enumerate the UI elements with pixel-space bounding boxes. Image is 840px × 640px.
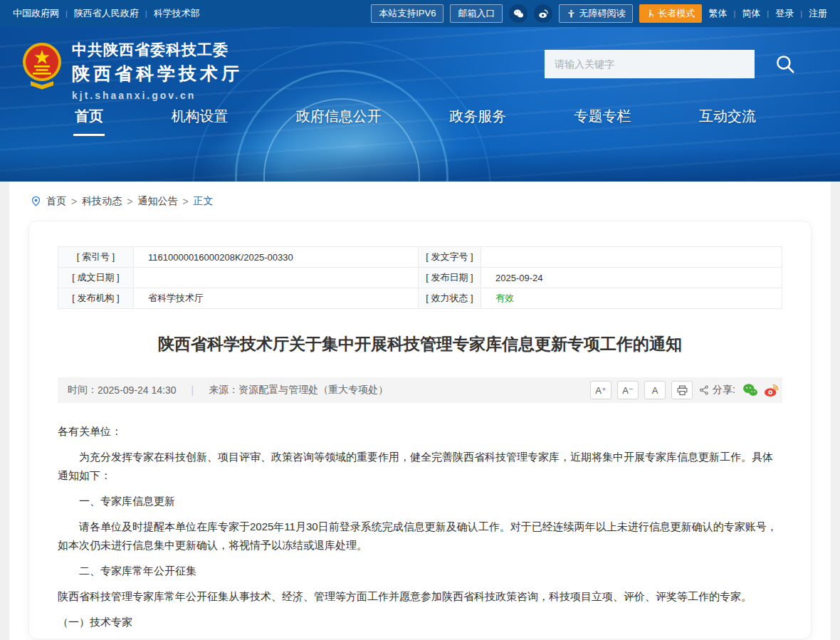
site-banner: 中共陕西省委科技工委 陕西省科学技术厅 kjt.shaanxi.gov.cn 首… — [0, 27, 840, 182]
time-label: 时间： — [68, 384, 98, 397]
elder-mode-label: 长者模式 — [658, 7, 695, 20]
doc-value-validity: 有效 — [481, 288, 782, 309]
breadcrumb-notices[interactable]: 通知公告 — [137, 195, 177, 208]
table-row: [ 发布机构 ] 省科学技术厅 [ 效力状态 ] 有效 — [58, 288, 782, 309]
doc-label-agency: [ 发布机构 ] — [58, 288, 134, 309]
table-row: [ 索引号 ] 11610000016000208K/2025-00330 [ … — [58, 247, 782, 268]
font-reset-button[interactable]: A — [644, 381, 666, 399]
gov-links: 中国政府网 | 陕西省人民政府 | 科学技术部 — [13, 7, 200, 20]
doc-value-docnum — [481, 247, 782, 268]
link-china-gov[interactable]: 中国政府网 — [13, 7, 59, 20]
search-button[interactable] — [765, 50, 806, 78]
print-button[interactable] — [671, 381, 693, 399]
site-url: kjt.shaanxi.gov.cn — [72, 90, 243, 101]
accessibility-button[interactable]: 无障碍阅读 — [559, 4, 633, 23]
divider: | — [145, 9, 147, 18]
accessibility-label: 无障碍阅读 — [579, 5, 625, 22]
article-meta-bar: 时间： 2025-09-24 14:30 ｜ 来源： 资源配置与管理处（重大专项… — [58, 377, 782, 403]
divider: | — [767, 9, 769, 18]
search-icon — [775, 53, 796, 75]
page-body: 首页 > 科技动态 > 通知公告 > 正文 [ 索引号 ] 1161000001… — [0, 182, 840, 640]
breadcrumb-separator: > — [127, 196, 132, 207]
doc-label-index: [ 索引号 ] — [58, 247, 134, 268]
share-weibo-icon[interactable] — [764, 383, 779, 397]
table-row: [ 成文日期 ] [ 发布日期 ] 2025-09-24 — [58, 268, 782, 288]
org-title-block: 中共陕西省委科技工委 陕西省科学技术厅 kjt.shaanxi.gov.cn — [72, 40, 243, 101]
source-label: 来源： — [209, 384, 238, 397]
nav-interaction[interactable]: 互动交流 — [699, 107, 756, 136]
font-decrease-button[interactable]: A⁻ — [617, 381, 639, 399]
divider: | — [65, 9, 68, 18]
mail-entry-button[interactable]: 邮箱入口 — [450, 4, 503, 23]
breadcrumb-separator: > — [182, 196, 188, 207]
share-label: 分享: — [698, 384, 735, 397]
section-heading: 一、专家库信息更新 — [58, 492, 782, 510]
doc-label-docnum: [ 发文字号 ] — [419, 247, 481, 268]
page-title: 陕西省科学技术厅关于集中开展科技管理专家库信息更新专项工作的通知 — [58, 333, 782, 355]
doc-value-index: 11610000016000208K/2025-00330 — [134, 247, 419, 268]
article-meta: 时间： 2025-09-24 14:30 ｜ 来源： 资源配置与管理处（重大专项… — [68, 384, 388, 397]
weibo-icon[interactable] — [534, 4, 552, 23]
paragraph: 陕西省科技管理专家库常年公开征集从事技术、经济、管理等方面工作并愿意参加陕西省科… — [58, 587, 782, 606]
doc-value-agency: 省科学技术厅 — [134, 288, 419, 309]
link-most[interactable]: 科学技术部 — [154, 7, 200, 20]
nav-home[interactable]: 首页 — [75, 107, 103, 136]
nav-orgs[interactable]: 机构设置 — [171, 107, 228, 136]
search-input[interactable] — [545, 50, 755, 78]
doc-value-publish-date: 2025-09-24 — [481, 268, 782, 288]
doc-label-written-date: [ 成文日期 ] — [58, 268, 134, 288]
article-card: [ 索引号 ] 11610000016000208K/2025-00330 [ … — [28, 221, 812, 639]
breadcrumb-current[interactable]: 正文 — [194, 195, 214, 208]
link-simplified[interactable]: 简体 — [742, 7, 760, 20]
section-heading: 二、专家库常年公开征集 — [58, 562, 782, 580]
content-wrapper: 首页 > 科技动态 > 通知公告 > 正文 [ 索引号 ] 1161000001… — [9, 182, 831, 640]
share-wechat-icon[interactable] — [742, 383, 758, 397]
wechat-icon[interactable] — [509, 4, 527, 23]
breadcrumb: 首页 > 科技动态 > 通知公告 > 正文 — [9, 182, 831, 221]
doc-label-validity: [ 效力状态 ] — [419, 288, 481, 309]
breadcrumb-separator: > — [71, 196, 77, 207]
location-pin-icon — [31, 196, 41, 206]
site-logo[interactable]: 中共陕西省委科技工委 陕西省科学技术厅 kjt.shaanxi.gov.cn — [21, 40, 243, 101]
link-traditional[interactable]: 繁体 — [708, 7, 727, 20]
article-body: 各有关单位： 为充分发挥专家在科技创新、项目评审、政策咨询等领域的重要作用，健全… — [58, 422, 782, 640]
search-bar — [545, 50, 806, 78]
font-increase-button[interactable]: A⁺ — [590, 381, 611, 399]
breadcrumb-news[interactable]: 科技动态 — [82, 195, 122, 208]
main-nav: 首页 机构设置 政府信息公开 政务服务 专题专栏 互动交流 — [0, 107, 840, 136]
divider: | — [800, 9, 802, 18]
doc-info-table: [ 索引号 ] 11610000016000208K/2025-00330 [ … — [58, 246, 782, 309]
share-text: 分享: — [713, 384, 735, 397]
link-shaanxi-gov[interactable]: 陕西省人民政府 — [74, 7, 139, 20]
article-tools: A⁺ A⁻ A — [590, 381, 779, 399]
utility-actions: 本站支持IPV6 邮箱入口 无障碍阅读 长者模式 繁体 | 简体 | 登录 | … — [371, 4, 827, 23]
link-register[interactable]: 注册 — [809, 7, 827, 20]
accessibility-icon — [567, 9, 576, 19]
paragraph: 为充分发挥专家在科技创新、项目评审、政策咨询等领域的重要作用，健全完善陕西省科技… — [58, 448, 782, 485]
divider: | — [733, 9, 735, 18]
subsection-heading: （一）技术专家 — [58, 613, 782, 631]
national-emblem-icon — [21, 40, 63, 90]
breadcrumb-home[interactable]: 首页 — [46, 195, 66, 208]
printer-icon — [676, 384, 688, 397]
paragraph: 请各单位及时提醒本单位在库专家于2025年11月30日前登录系统完成信息更新及确… — [58, 518, 782, 555]
share-nodes-icon — [698, 384, 710, 396]
elder-mode-button[interactable]: 长者模式 — [639, 4, 702, 23]
top-utility-bar: 中国政府网 | 陕西省人民政府 | 科学技术部 本站支持IPV6 邮箱入口 无障… — [0, 0, 840, 27]
nav-info-disclosure[interactable]: 政府信息公开 — [296, 107, 382, 136]
elder-person-icon — [646, 9, 655, 19]
org-line1: 中共陕西省委科技工委 — [72, 40, 243, 60]
doc-value-written-date — [134, 268, 419, 288]
ipv6-badge[interactable]: 本站支持IPV6 — [371, 4, 443, 23]
nav-services[interactable]: 政务服务 — [449, 107, 506, 136]
link-login[interactable]: 登录 — [775, 7, 794, 20]
org-line2: 陕西省科学技术厅 — [72, 62, 243, 85]
doc-label-publish-date: [ 发布日期 ] — [419, 268, 481, 288]
source-value: 资源配置与管理处（重大专项处） — [238, 384, 388, 397]
nav-special-topics[interactable]: 专题专栏 — [574, 107, 631, 136]
account-links: 繁体 | 简体 | 登录 | 注册 — [708, 7, 827, 20]
meta-divider: ｜ — [188, 384, 198, 397]
paragraph: 各有关单位： — [58, 422, 782, 441]
publish-time: 2025-09-24 14:30 — [98, 384, 177, 396]
